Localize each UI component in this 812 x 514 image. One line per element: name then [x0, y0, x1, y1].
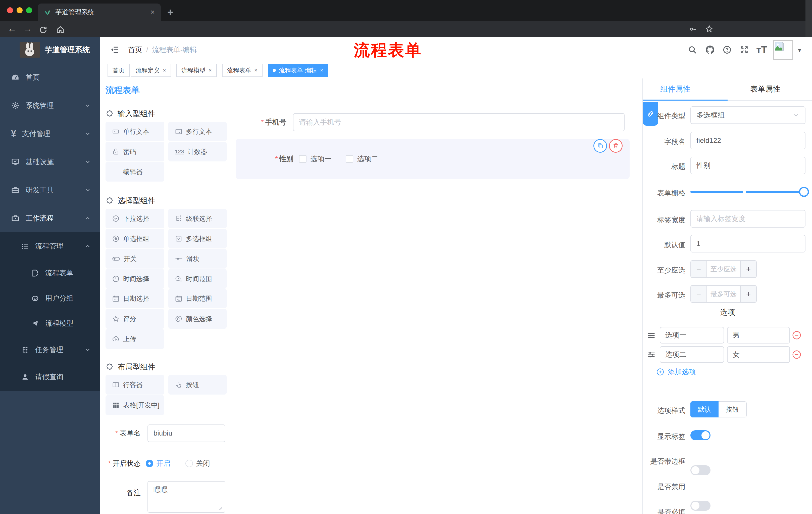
- show-label-switch[interactable]: [690, 430, 710, 440]
- tag-process-form[interactable]: 流程表单 ×: [222, 64, 263, 77]
- disabled-switch[interactable]: [690, 501, 710, 511]
- status-on-label[interactable]: 开启: [156, 459, 170, 468]
- delete-component-button[interactable]: [609, 139, 622, 153]
- component-color-picker[interactable]: 颜色选择: [168, 309, 227, 329]
- sidebar-item-payment[interactable]: ¥ 支付管理: [0, 120, 100, 148]
- grid-slider-handle[interactable]: [799, 187, 809, 197]
- remove-option-icon[interactable]: [792, 330, 802, 340]
- phone-input[interactable]: [293, 113, 625, 131]
- component-time-picker[interactable]: 时间选择: [106, 269, 164, 289]
- min-select-stepper[interactable]: − 至少应选 +: [690, 260, 757, 278]
- tag-close-icon[interactable]: ×: [208, 67, 212, 74]
- border-switch[interactable]: [690, 465, 710, 475]
- option-value-input[interactable]: 男: [727, 327, 790, 344]
- form-canvas[interactable]: * 手机号 * 性别 选项一 选项二: [230, 78, 642, 514]
- tab-component-props[interactable]: 组件属性: [660, 78, 690, 100]
- stepper-plus-button[interactable]: +: [741, 261, 756, 277]
- stepper-plus-button[interactable]: +: [741, 286, 756, 302]
- browser-tab-close-icon[interactable]: ×: [150, 8, 155, 16]
- grid-slider-track[interactable]: [690, 191, 806, 193]
- component-switch[interactable]: 开关: [106, 249, 164, 269]
- remove-option-icon[interactable]: [792, 350, 802, 359]
- back-icon[interactable]: ←: [7, 24, 17, 33]
- style-button-button[interactable]: 按钮: [719, 401, 747, 417]
- component-radio-group[interactable]: 单选框组: [106, 229, 164, 248]
- selected-component-block[interactable]: * 性别 选项一 选项二: [236, 139, 630, 179]
- stepper-minus-button[interactable]: −: [691, 261, 706, 277]
- tag-home[interactable]: 首页: [108, 64, 129, 77]
- add-option-button[interactable]: 添加选项: [656, 367, 696, 377]
- resize-corner-icon[interactable]: [218, 506, 223, 511]
- component-slider[interactable]: 滑块: [168, 249, 227, 269]
- tag-process-model[interactable]: 流程模型 ×: [176, 64, 217, 77]
- option-name-input[interactable]: 选项一: [660, 327, 724, 344]
- component-counter[interactable]: 123 计数器: [168, 142, 227, 161]
- drag-handle-icon[interactable]: [647, 350, 656, 359]
- copy-component-button[interactable]: [593, 139, 607, 153]
- traffic-zoom-button[interactable]: [26, 7, 32, 13]
- max-select-stepper[interactable]: − 最多可选 +: [690, 285, 757, 303]
- new-tab-button[interactable]: +: [167, 6, 173, 18]
- option-name-input[interactable]: 选项二: [660, 346, 724, 363]
- component-checkbox-group[interactable]: 多选框组: [168, 229, 227, 248]
- form-name-input[interactable]: [147, 425, 225, 442]
- forward-icon[interactable]: →: [23, 24, 32, 33]
- avatar[interactable]: [773, 40, 793, 60]
- checkbox-option2-label[interactable]: 选项二: [357, 154, 378, 164]
- component-cascader[interactable]: 级联选择: [168, 209, 227, 228]
- breadcrumb-home[interactable]: 首页: [128, 45, 142, 55]
- reload-icon[interactable]: [39, 26, 48, 34]
- default-value-input[interactable]: [690, 235, 806, 252]
- tag-close-icon[interactable]: ×: [163, 67, 166, 74]
- sidebar-item-task-mgmt[interactable]: 任务管理: [0, 337, 100, 362]
- password-key-icon[interactable]: [689, 25, 697, 33]
- sidebar-item-devtools[interactable]: 研发工具: [0, 176, 100, 204]
- component-select[interactable]: 下拉选择: [106, 209, 164, 228]
- style-default-button[interactable]: 默认: [690, 401, 719, 417]
- github-icon[interactable]: [705, 45, 715, 55]
- stepper-minus-button[interactable]: −: [691, 286, 706, 302]
- fullscreen-icon[interactable]: [740, 45, 749, 54]
- font-size-icon[interactable]: тT: [756, 44, 767, 56]
- component-multi-line-text[interactable]: 多行文本: [168, 122, 227, 141]
- tag-process-definition[interactable]: 流程定义 ×: [130, 64, 171, 77]
- browser-tab[interactable]: 芋道管理系统 ×: [38, 3, 161, 21]
- home-icon[interactable]: [56, 25, 65, 34]
- sidebar-item-workflow[interactable]: 工作流程: [0, 204, 100, 232]
- component-date-picker[interactable]: 日期选择: [106, 289, 164, 308]
- remark-textarea[interactable]: 嘿嘿: [147, 481, 225, 513]
- stepper-input[interactable]: 最多可选: [706, 286, 741, 302]
- tag-close-icon[interactable]: ×: [254, 67, 258, 74]
- component-date-range[interactable]: 日期范围: [168, 289, 227, 308]
- component-table-dev[interactable]: 表格[开发中]: [106, 395, 164, 415]
- tab-form-props[interactable]: 表单属性: [750, 78, 780, 100]
- sidebar-brand[interactable]: 芋道管理系统: [0, 37, 100, 62]
- component-upload[interactable]: 上传: [106, 329, 164, 349]
- component-button[interactable]: 按钮: [168, 375, 227, 395]
- field-name-input[interactable]: [690, 132, 806, 150]
- component-single-line-text[interactable]: 单行文本: [106, 122, 164, 141]
- sidebar-item-process-mgmt[interactable]: 流程管理: [0, 233, 100, 259]
- component-rate[interactable]: 评分: [106, 309, 164, 329]
- checkbox-option1-label[interactable]: 选项一: [311, 154, 331, 164]
- traffic-close-button[interactable]: [7, 7, 13, 13]
- component-editor[interactable]: 编辑器: [106, 162, 164, 182]
- avatar-caret-icon[interactable]: ▾: [798, 46, 801, 54]
- radio-on[interactable]: [146, 460, 153, 467]
- search-icon[interactable]: [688, 45, 697, 54]
- tag-process-form-edit[interactable]: 流程表单-编辑 ×: [268, 64, 328, 77]
- sidebar-item-system[interactable]: 系统管理: [0, 91, 100, 120]
- checkbox-option1[interactable]: [299, 155, 307, 163]
- component-type-select[interactable]: 多选框组: [690, 106, 806, 124]
- sidebar-item-process-model[interactable]: 流程模型: [0, 311, 100, 336]
- component-row-container[interactable]: 行容器: [106, 375, 164, 395]
- label-width-input[interactable]: [690, 210, 806, 227]
- tag-close-icon[interactable]: ×: [320, 67, 323, 74]
- title-input[interactable]: [690, 157, 806, 174]
- phone-field-row[interactable]: * 手机号: [230, 113, 642, 131]
- bookmark-star-icon[interactable]: [705, 25, 714, 33]
- option-value-input[interactable]: 女: [727, 346, 790, 363]
- drag-handle-icon[interactable]: [647, 331, 656, 340]
- checkbox-option2[interactable]: [346, 155, 353, 163]
- sidebar-item-user-group[interactable]: 用户分组: [0, 286, 100, 311]
